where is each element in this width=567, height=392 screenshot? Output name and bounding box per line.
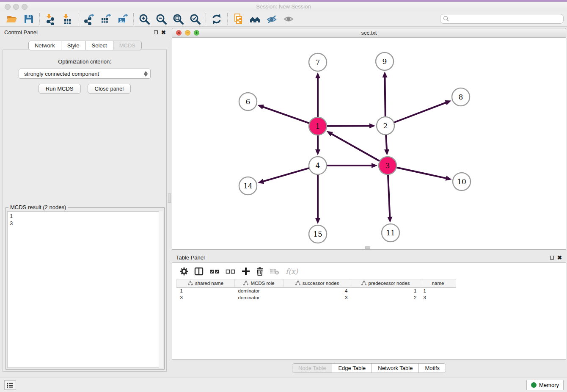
show-all-icon[interactable] [281,13,297,25]
table-row[interactable]: 3dominator323 [177,294,456,301]
column-header-successor-nodes[interactable]: successor nodes [284,279,351,287]
table-row[interactable]: 1dominator411 [177,287,456,294]
graph-node-15[interactable]: 15 [309,225,327,243]
node-label-8: 8 [459,93,463,101]
network-graph: 7968124314101511 [172,38,566,249]
tab-edge-table[interactable]: Edge Table [332,364,372,373]
cell-successor-nodes[interactable]: 4 [284,287,351,294]
column-header-shared-name[interactable]: shared name [177,279,235,287]
float-icon[interactable] [154,30,158,34]
table-panel: Table Panel ✖ [172,252,566,377]
edge-arrowhead-4-3 [372,163,377,168]
vertical-splitter-handle[interactable] [168,193,171,203]
select-all-rows-icon[interactable] [209,267,220,276]
edge-4-14[interactable] [263,168,309,182]
close-panel-button[interactable]: Close panel [88,84,131,94]
table-settings-gear-icon[interactable] [180,267,188,276]
cell-mcds-role[interactable]: dominator [235,294,284,301]
graph-node-6[interactable]: 6 [239,93,257,110]
tab-motifs[interactable]: Motifs [418,364,446,373]
control-panel-header: Control Panel ✖ [1,27,169,37]
deselect-all-rows-icon[interactable] [226,267,236,276]
cell-mcds-role[interactable]: dominator [235,287,284,294]
mcds-result-list[interactable]: 1 3 [7,211,163,368]
edge-arrowhead-1-2 [369,123,375,128]
cell-name[interactable]: 1 [420,287,456,294]
graph-node-3[interactable]: 3 [379,157,396,174]
cell-name[interactable]: 3 [420,294,456,301]
float-icon[interactable] [550,256,554,259]
clone-network-icon[interactable] [230,13,247,25]
save-session-icon[interactable] [20,13,37,25]
memory-button[interactable]: Memory [526,380,564,390]
edge-2-8[interactable] [394,102,447,123]
graph-node-8[interactable]: 8 [452,88,470,106]
criterion-dropdown[interactable]: strongly connected component [19,69,151,79]
import-table-icon[interactable] [59,13,76,25]
network-canvas[interactable]: 7968124314101511 [172,38,566,249]
tab-style[interactable]: Style [61,41,85,50]
network-view-title: scc.txt [172,30,566,36]
edge-3-10[interactable] [396,167,447,178]
close-icon[interactable]: ✖ [161,30,166,35]
import-network-icon[interactable] [42,13,59,25]
status-bar: Memory [0,378,567,392]
export-table-icon[interactable] [97,13,114,25]
cell-successor-nodes[interactable]: 3 [284,294,351,301]
zoom-selected-icon[interactable] [187,13,204,25]
cell-shared-name[interactable]: 1 [177,287,235,294]
column-header-mcds-role[interactable]: MCDS role [235,279,284,287]
graph-node-9[interactable]: 9 [376,52,394,70]
graph-node-1[interactable]: 1 [309,117,327,135]
edge-arrowhead-1-7 [315,72,320,78]
tab-mcds[interactable]: MCDS [113,41,141,50]
task-history-icon[interactable] [4,380,16,390]
function-builder-icon[interactable]: f(x) [286,267,298,276]
zoom-in-icon[interactable] [136,13,153,25]
mcds-result-scrollbar[interactable] [159,211,163,368]
search-input[interactable] [440,14,564,24]
tree-column-icon [188,281,193,285]
column-header-name[interactable]: name [420,279,456,287]
node-label-4: 4 [316,161,320,170]
edge-1-2[interactable] [327,126,370,126]
delete-column-icon[interactable] [256,267,264,276]
tab-network[interactable]: Network [29,41,61,50]
export-image-icon[interactable] [114,13,131,25]
zoom-fit-icon[interactable] [170,13,187,25]
graph-node-14[interactable]: 14 [239,177,257,195]
graph-node-10[interactable]: 10 [453,173,471,190]
tab-network-table[interactable]: Network Table [372,364,418,373]
refresh-icon[interactable] [208,13,225,25]
column-browser-icon[interactable] [194,267,204,276]
graph-node-2[interactable]: 2 [377,117,394,135]
graph-node-7[interactable]: 7 [309,53,327,71]
delete-table-icon[interactable] [270,267,280,276]
hide-selected-icon[interactable] [264,13,281,25]
cell-predecessor-nodes[interactable]: 2 [351,294,420,301]
edge-arrowhead-3-11 [387,217,392,223]
add-column-icon[interactable] [242,267,250,276]
edge-arrowhead-2-8 [445,100,451,105]
horizontal-splitter-handle[interactable] [365,246,370,249]
edge-1-6[interactable] [262,107,309,123]
edge-2-3[interactable] [386,135,387,150]
edge-3-11[interactable] [388,174,390,218]
run-mcds-button[interactable]: Run MCDS [39,84,81,94]
edge-arrowhead-2-9 [383,72,388,77]
graph-node-4[interactable]: 4 [309,157,327,174]
edge-3-1[interactable] [331,134,380,161]
node-table: shared nameMCDS rolesuccessor nodesprede… [176,279,456,301]
zoom-out-icon[interactable] [153,13,170,25]
cell-predecessor-nodes[interactable]: 1 [351,287,420,294]
cell-shared-name[interactable]: 3 [177,294,235,301]
column-header-predecessor-nodes[interactable]: predecessor nodes [351,279,420,287]
export-network-icon[interactable] [80,13,97,25]
first-neighbors-icon[interactable] [247,13,264,25]
tab-select[interactable]: Select [85,41,113,50]
open-session-icon[interactable] [3,13,20,25]
tab-node-table[interactable]: Node Table [292,364,332,373]
close-icon[interactable]: ✖ [557,255,562,260]
graph-node-11[interactable]: 11 [382,224,399,242]
edge-2-9[interactable] [385,77,385,117]
